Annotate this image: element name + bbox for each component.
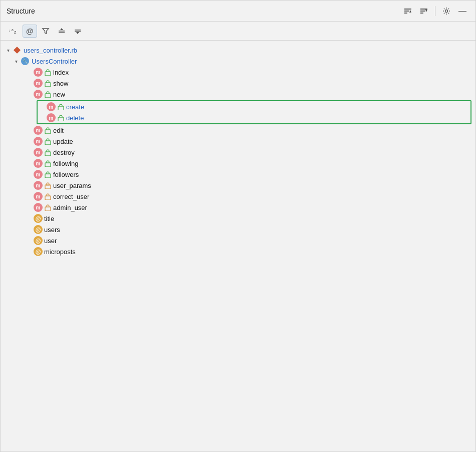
public-icon (58, 115, 64, 121)
method-label-correct-user: correct_user (53, 193, 89, 200)
method-badge-correct-user: m (34, 192, 43, 201)
collapse-arrow-controller[interactable]: ▾ (13, 58, 20, 65)
method-item-update[interactable]: m update (1, 136, 475, 147)
close-button[interactable]: — (455, 5, 469, 18)
method-item-new[interactable]: m new (1, 89, 475, 100)
sort-down-button[interactable] (417, 5, 431, 17)
svg-rect-6 (420, 13, 423, 14)
method-item-correct-user[interactable]: m correct_user (1, 191, 475, 202)
visibility-public-update (44, 138, 51, 145)
attr-label-users: users (44, 226, 60, 234)
svg-marker-17 (76, 32, 79, 34)
attr-item-microposts[interactable]: @ microposts (1, 246, 475, 257)
svg-rect-29 (45, 163, 51, 167)
svg-text:z: z (14, 30, 17, 35)
svg-marker-14 (60, 28, 63, 30)
method-item-user-params[interactable]: m user_params (1, 180, 475, 191)
method-badge-followers: m (34, 170, 43, 179)
gear-icon (442, 7, 450, 15)
alpha-sort-icon: ↓ a z (8, 27, 18, 36)
public-icon (45, 80, 51, 87)
svg-rect-30 (45, 174, 51, 178)
private-icon (45, 182, 51, 189)
visibility-public-followers (44, 171, 51, 178)
visibility-public-new (44, 91, 51, 98)
method-badge-create: m (47, 102, 56, 111)
file-item[interactable]: ▾ users_controller.rb (1, 45, 475, 56)
visibility-public-show (44, 80, 51, 87)
svg-rect-16 (75, 31, 81, 32)
svg-rect-2 (404, 13, 407, 14)
private-icon (45, 193, 51, 200)
public-icon (45, 127, 51, 134)
collapse-arrow-file[interactable]: ▾ (5, 47, 12, 54)
svg-text:↓: ↓ (9, 29, 11, 32)
method-item-show[interactable]: m show (1, 78, 475, 89)
method-label-update: update (53, 138, 73, 145)
svg-text:🔧: 🔧 (22, 58, 29, 65)
attr-badge-title: @ (34, 214, 43, 223)
sort-up-button[interactable] (401, 5, 415, 17)
method-badge-user-params: m (34, 181, 43, 190)
attr-item-users[interactable]: @ users (1, 224, 475, 235)
method-item-admin-user[interactable]: m admin_user (1, 202, 475, 213)
ruby-file-icon (13, 46, 22, 55)
visibility-private-user-params (44, 182, 51, 189)
expand-down-button[interactable] (70, 25, 85, 38)
svg-rect-27 (45, 141, 51, 145)
method-item-index[interactable]: m index (1, 67, 475, 78)
svg-rect-25 (58, 117, 64, 121)
svg-rect-33 (45, 196, 51, 200)
method-badge-new: m (34, 90, 43, 99)
svg-rect-24 (58, 106, 64, 110)
settings-button[interactable] (439, 5, 453, 17)
method-item-following[interactable]: m following (1, 158, 475, 169)
method-badge-destroy: m (34, 148, 43, 157)
attr-label-user: user (44, 237, 57, 245)
svg-rect-12 (59, 31, 65, 32)
toolbar: ↓ a z @ (1, 22, 475, 41)
visibility-private-admin-user (44, 204, 51, 211)
method-item-delete[interactable]: m delete (38, 112, 470, 123)
at-filter-button[interactable]: @ (23, 25, 37, 38)
method-item-edit[interactable]: m edit (1, 125, 475, 136)
method-label-delete: delete (66, 114, 84, 122)
method-badge-following: m (34, 159, 43, 168)
method-label-following: following (53, 160, 79, 167)
expand-up-icon (58, 27, 66, 35)
visibility-public-delete (57, 114, 64, 121)
attr-badge-users: @ (34, 225, 43, 234)
filter-icon (42, 27, 50, 35)
structure-tree: ▾ users_controller.rb ▾ 🔧 UsersControlle… (1, 41, 475, 261)
expand-up-button[interactable] (54, 25, 69, 38)
svg-point-8 (445, 10, 448, 12)
svg-rect-28 (45, 152, 51, 156)
controller-label: UsersController (32, 58, 77, 65)
attr-item-title[interactable]: @ title (1, 213, 475, 224)
panel-title: Structure (7, 7, 35, 15)
method-badge-show: m (34, 79, 43, 88)
method-item-destroy[interactable]: m destroy (1, 147, 475, 158)
controller-item[interactable]: ▾ 🔧 UsersController (1, 56, 475, 67)
method-item-followers[interactable]: m followers (1, 169, 475, 180)
method-badge-index: m (34, 68, 43, 77)
method-item-create[interactable]: m create (38, 101, 470, 112)
visibility-filter-button[interactable] (38, 25, 53, 38)
svg-rect-34 (45, 207, 51, 211)
alpha-sort-button[interactable]: ↓ a z (5, 25, 22, 38)
visibility-public-edit (44, 127, 51, 134)
sort-up-icon (404, 7, 412, 15)
visibility-public-create (57, 103, 64, 110)
method-badge-edit: m (34, 126, 43, 135)
svg-rect-5 (420, 11, 425, 12)
method-badge-delete: m (47, 113, 56, 122)
svg-text:a: a (12, 28, 14, 32)
public-icon (58, 104, 64, 110)
method-label-index: index (53, 69, 69, 76)
attr-item-user[interactable]: @ user (1, 235, 475, 246)
svg-marker-7 (425, 10, 427, 12)
svg-rect-1 (404, 11, 409, 12)
method-label-edit: edit (53, 127, 64, 134)
method-badge-admin-user: m (34, 203, 43, 212)
svg-rect-15 (75, 30, 81, 31)
